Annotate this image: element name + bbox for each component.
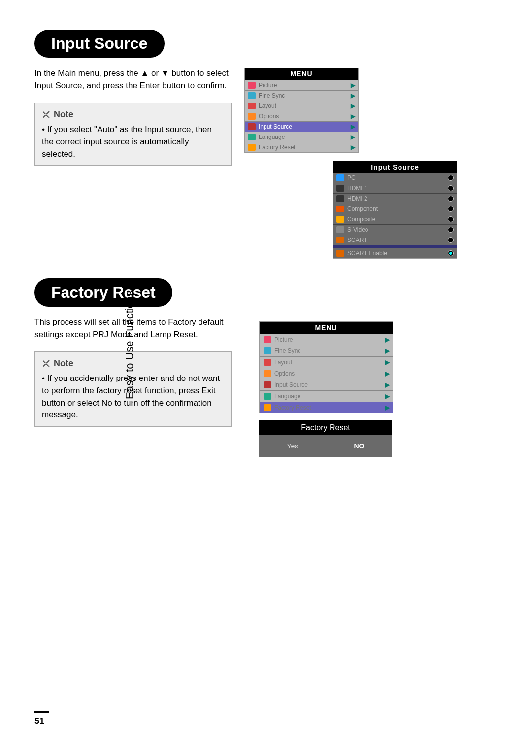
input-item-hdmi2[interactable]: HDMI 2	[333, 193, 457, 204]
inputsource-icon	[264, 381, 271, 388]
language-icon	[248, 134, 256, 140]
finesync-icon	[248, 92, 256, 99]
factory-reset-no-button[interactable]: NO	[354, 442, 364, 450]
input-source-panel: Input Source PC HDMI 1 HDMI 2 Component …	[333, 161, 457, 259]
factory-reset-yes-button[interactable]: Yes	[287, 442, 299, 450]
radio-icon	[448, 206, 454, 212]
menu-item-inputsource[interactable]: Input Source▶	[260, 379, 393, 390]
chevron-right-icon: ▶	[351, 134, 355, 140]
chevron-right-icon: ▶	[351, 103, 355, 109]
finesync-icon	[264, 347, 271, 354]
menu-item-language[interactable]: Language▶	[260, 390, 393, 402]
input-item-composite[interactable]: Composite	[333, 214, 457, 224]
radio-icon	[448, 250, 454, 256]
radio-icon	[448, 237, 454, 243]
note-icon	[42, 110, 51, 119]
chevron-right-icon: ▶	[351, 82, 355, 89]
section-heading-input-source: Input Source	[34, 30, 165, 58]
menu-title: MENU	[245, 68, 358, 80]
chevron-right-icon: ▶	[385, 347, 390, 354]
menu-item-factoryreset[interactable]: Factory Reset▶	[260, 402, 393, 413]
layout-icon	[264, 359, 271, 366]
chevron-right-icon: ▶	[351, 123, 355, 130]
menu-item-picture[interactable]: Picture▶	[245, 80, 358, 90]
composite-icon	[336, 216, 344, 223]
input-item-hdmi1[interactable]: HDMI 1	[333, 183, 457, 193]
radio-icon	[448, 175, 454, 181]
scart-icon	[336, 237, 344, 243]
chevron-right-icon: ▶	[351, 144, 355, 151]
radio-icon	[448, 216, 454, 222]
layout-icon	[248, 103, 256, 109]
menu-panel-main-2: MENU Picture▶ Fine Sync▶ Layout▶ Options…	[259, 321, 393, 413]
menu-item-layout[interactable]: Layout▶	[260, 356, 393, 368]
menu-item-inputsource[interactable]: Input Source▶	[245, 121, 358, 132]
menu-item-options[interactable]: Options▶	[260, 368, 393, 379]
chevron-right-icon: ▶	[385, 393, 390, 400]
options-icon	[264, 370, 271, 377]
pc-icon	[336, 174, 344, 181]
chevron-right-icon: ▶	[385, 381, 390, 388]
picture-icon	[264, 336, 271, 343]
factoryreset-icon	[264, 404, 271, 411]
scart-enable-icon	[336, 250, 344, 257]
hdmi-icon	[336, 195, 344, 202]
options-icon	[248, 113, 256, 120]
side-tab-label: Easy to Use Functions	[15, 291, 136, 399]
chevron-right-icon: ▶	[385, 359, 390, 366]
chevron-right-icon: ▶	[385, 336, 390, 343]
chevron-right-icon: ▶	[351, 113, 355, 120]
input-item-component[interactable]: Component	[333, 204, 457, 214]
hdmi-icon	[336, 185, 344, 192]
menu-title: MENU	[260, 322, 393, 334]
svideo-icon	[336, 226, 344, 233]
menu-item-language[interactable]: Language▶	[245, 132, 358, 142]
input-item-svideo[interactable]: S-Video	[333, 224, 457, 235]
menu-item-finesync[interactable]: Fine Sync▶	[260, 345, 393, 356]
menu-item-layout[interactable]: Layout▶	[245, 101, 358, 111]
factory-reset-dialog: Factory Reset Yes NO	[259, 420, 392, 457]
page-number: 51	[34, 711, 49, 726]
menu-panel-main-1: MENU Picture▶ Fine Sync▶ Layout▶ Options…	[244, 68, 359, 153]
menu-item-picture[interactable]: Picture▶	[260, 334, 393, 345]
note-body: • If you select "Auto" as the Input sour…	[42, 124, 224, 160]
menu-item-factoryreset[interactable]: Factory Reset▶	[245, 142, 358, 152]
menu-item-options[interactable]: Options▶	[245, 111, 358, 121]
intro-text-input-source: In the Main menu, press the ▲ or ▼ butto…	[34, 68, 232, 92]
chevron-right-icon: ▶	[351, 92, 355, 99]
factory-reset-dialog-title: Factory Reset	[259, 420, 392, 435]
radio-icon	[448, 185, 454, 191]
radio-icon	[448, 227, 454, 233]
radio-icon	[448, 196, 454, 202]
chevron-right-icon: ▶	[385, 404, 390, 411]
note-box-input-source: Note • If you select "Auto" as the Input…	[34, 103, 232, 166]
menu-item-finesync[interactable]: Fine Sync▶	[245, 90, 358, 101]
language-icon	[264, 393, 271, 400]
input-panel-title: Input Source	[333, 161, 457, 173]
component-icon	[336, 206, 344, 212]
input-item-scart[interactable]: SCART	[333, 235, 457, 245]
picture-icon	[248, 82, 256, 89]
chevron-right-icon: ▶	[385, 370, 390, 377]
input-item-scartenable[interactable]: SCART Enable	[333, 248, 457, 258]
note-title: Note	[54, 108, 73, 121]
input-item-pc[interactable]: PC	[333, 173, 457, 183]
inputsource-icon	[248, 123, 256, 130]
factoryreset-icon	[248, 144, 256, 151]
